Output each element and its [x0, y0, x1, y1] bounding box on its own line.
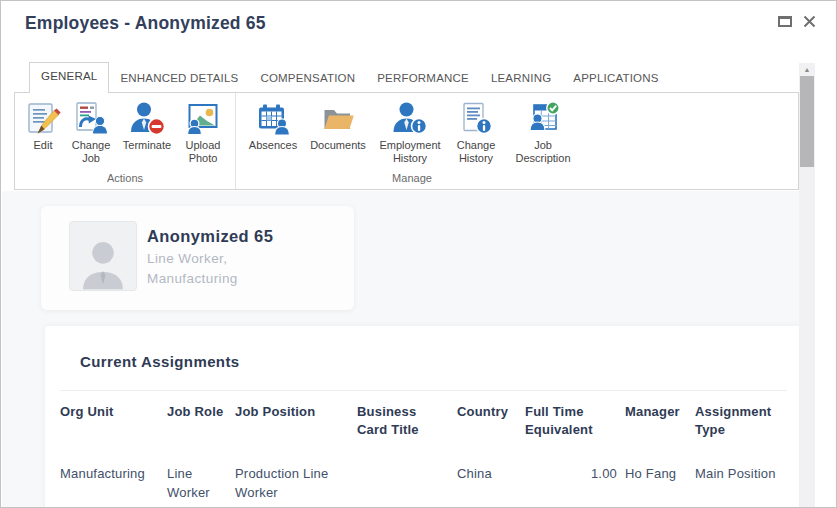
employee-card-text: Anonymized 65 Line Worker, Manufacturing [147, 206, 273, 310]
edit-icon [25, 100, 61, 138]
table-header-row: Org Unit Job Role Job Position Business … [60, 391, 787, 444]
column-header-org-unit: Org Unit [60, 391, 167, 444]
assignments-table: Org Unit Job Role Job Position Business … [60, 390, 787, 506]
terminate-button[interactable]: Terminate [117, 98, 177, 152]
employee-dialog: Employees - Anonymized 65 GENERAL ENHANC… [0, 0, 837, 508]
cell-assignment-type: Main Position [695, 443, 787, 505]
cell-manager: Ho Fang [625, 443, 695, 505]
maximize-icon[interactable] [778, 16, 792, 27]
column-header-job-position: Job Position [235, 391, 357, 444]
ribbon-button-label: Terminate [123, 139, 171, 152]
title-bar: Employees - Anonymized 65 [1, 1, 836, 57]
employment-history-button[interactable]: Employment History [372, 98, 448, 165]
column-header-manager: Manager [625, 391, 695, 444]
ribbon-button-label: Documents [310, 139, 366, 152]
employment-history-icon [392, 100, 428, 138]
ribbon-group-label-actions: Actions [15, 170, 235, 189]
tab-strip: GENERAL ENHANCED DETAILS COMPENSATION PE… [29, 63, 796, 93]
employee-name: Anonymized 65 [147, 227, 273, 246]
cell-job-role: Line Worker [167, 443, 235, 505]
ribbon-toolbar: Edit [14, 92, 799, 190]
employee-card: Anonymized 65 Line Worker, Manufacturing [41, 206, 354, 310]
tab-compensation[interactable]: COMPENSATION [249, 65, 366, 93]
current-assignments-panel: Current Assignments Org Unit Job Role Jo… [45, 326, 802, 508]
ribbon-button-label: Employment History [375, 139, 445, 165]
change-job-icon [73, 100, 109, 138]
content-area: Anonymized 65 Line Worker, Manufacturing… [2, 191, 800, 507]
ribbon-button-label: Edit [34, 139, 53, 152]
job-description-icon [525, 100, 561, 138]
column-header-country: Country [457, 391, 525, 444]
avatar [69, 221, 137, 291]
column-header-assignment-type: Assignment Type [695, 391, 787, 444]
edit-button[interactable]: Edit [21, 98, 65, 152]
scrollbar-thumb[interactable] [800, 76, 814, 167]
tab-learning[interactable]: LEARNING [480, 65, 562, 93]
ribbon-group-manage: Absences Documents [236, 93, 588, 189]
ribbon-button-label: Change History [451, 139, 501, 165]
section-title: Current Assignments [80, 353, 802, 370]
employee-org-unit: Manufacturing [147, 271, 238, 286]
ribbon-button-label: Upload Photo [180, 139, 226, 165]
ribbon-button-label: Absences [249, 139, 297, 152]
change-history-button[interactable]: Change History [448, 98, 504, 165]
change-job-button[interactable]: Change Job [65, 98, 117, 165]
column-header-business-card-title: Business Card Title [357, 391, 457, 444]
cell-full-time-equivalent: 1.00 [525, 443, 625, 505]
cell-business-card-title [357, 443, 457, 505]
window-controls [778, 15, 816, 28]
employee-subtitle: Line Worker, Manufacturing [147, 249, 273, 290]
tab-general[interactable]: GENERAL [29, 62, 109, 93]
employee-job-role: Line Worker, [147, 251, 227, 266]
dialog-title: Employees - Anonymized 65 [25, 13, 266, 34]
column-header-job-role: Job Role [167, 391, 235, 444]
documents-icon [320, 100, 356, 138]
absences-button[interactable]: Absences [242, 98, 304, 152]
tab-performance[interactable]: PERFORMANCE [366, 65, 480, 93]
change-history-icon [458, 100, 494, 138]
tab-enhanced-details[interactable]: ENHANCED DETAILS [109, 65, 249, 93]
cell-country: China [457, 443, 525, 505]
vertical-scrollbar[interactable]: ▲ [799, 63, 815, 507]
job-description-button[interactable]: Job Description [504, 98, 582, 165]
absences-icon [255, 100, 291, 138]
column-header-full-time-equivalent: Full Time Equivalent [525, 391, 625, 444]
cell-job-position: Production Line Worker [235, 443, 357, 505]
ribbon-button-label: Change Job [68, 139, 114, 165]
ribbon-group-label-manage: Manage [236, 170, 588, 189]
documents-button[interactable]: Documents [304, 98, 372, 152]
table-row: Manufacturing Line Worker Production Lin… [60, 443, 787, 505]
ribbon-group-actions: Edit [15, 93, 236, 189]
tab-applications[interactable]: APPLICATIONS [562, 65, 669, 93]
scroll-up-icon[interactable]: ▲ [799, 63, 815, 76]
terminate-icon [129, 100, 165, 138]
ribbon-button-label: Job Description [507, 139, 579, 165]
close-icon[interactable] [803, 15, 816, 28]
upload-photo-button[interactable]: Upload Photo [177, 98, 229, 165]
upload-photo-icon [185, 100, 221, 138]
cell-org-unit: Manufacturing [60, 443, 167, 505]
